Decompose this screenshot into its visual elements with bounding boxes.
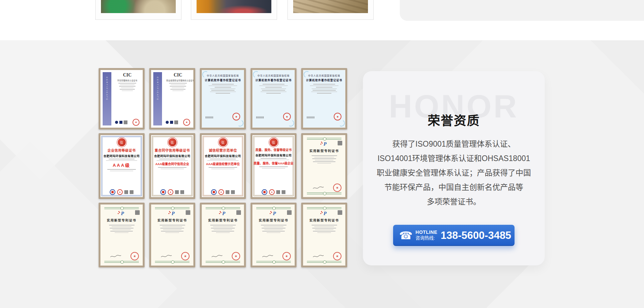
- certificate-patent[interactable]: P 实用新型专利证书 ★: [200, 203, 246, 267]
- certificate-text-lines: [252, 166, 295, 168]
- green-ornament: [307, 207, 341, 209]
- qr-code-icon: [124, 120, 127, 124]
- qr-code-icon: [124, 190, 128, 194]
- certificate-credit[interactable]: 信 企业信用等级证书 合肥珂玛环保科技有限公司 AAA级 ★: [99, 133, 145, 199]
- certificate-title: 计算机软件著作权登记证书: [252, 78, 295, 82]
- honor-paragraph-line: 多项荣誉证书。: [370, 195, 538, 209]
- cnipa-logo-icon: P: [303, 141, 345, 147]
- certificate-text-lines: [202, 167, 244, 169]
- certificate-text-lines: [252, 84, 295, 94]
- green-ornament: [155, 261, 190, 263]
- honor-paragraph-line: 节能环保产品，中国自主创新名优产品等: [370, 180, 538, 195]
- green-ornament: [104, 207, 139, 209]
- roundel-badge-icon: [262, 189, 267, 195]
- hotline-label-en: HOTLINE: [416, 229, 437, 236]
- certificate-text-lines: [102, 224, 141, 234]
- signature-icon: [262, 254, 274, 258]
- certificate-text-lines: [114, 83, 141, 91]
- certificate-authority: 中华人民共和国国家版权局: [202, 74, 244, 77]
- certificate-text-lines: [305, 154, 343, 164]
- certificate-patent[interactable]: P 实用新型专利证书 ★: [301, 133, 347, 199]
- certificate-title: 实用新型专利证书: [303, 218, 345, 222]
- certificate-title: 质量、服务、信誉等级证书: [252, 148, 295, 152]
- certificate-title: 实用新型专利证书: [252, 218, 295, 222]
- certificate-copyright[interactable]: 中华人民共和国国家版权局 计算机软件著作权登记证书 ★: [251, 68, 297, 130]
- honor-title: 荣誉资质: [363, 111, 545, 129]
- phone-icon: ☎: [399, 230, 413, 241]
- certificate-text-lines: [151, 167, 194, 169]
- certificate-patent[interactable]: P 实用新型专利证书 ★: [149, 203, 195, 267]
- certificate-patent[interactable]: P 实用新型专利证书 ★: [251, 203, 297, 267]
- green-ornament: [307, 193, 341, 194]
- red-seal-icon: ★: [282, 251, 292, 261]
- qr-code-icon: [180, 190, 184, 194]
- green-ornament: [307, 261, 341, 263]
- certificate-cic[interactable]: CERTIFICATE CIC 职业健康安全管理体系认证证书 ★: [149, 68, 195, 130]
- green-ornament: [155, 207, 190, 209]
- certificate-text-lines: [164, 83, 192, 91]
- case-photo-card[interactable]: [95, 0, 181, 20]
- certificate-credit[interactable]: 信 重合同守信用等级证书 合肥珂玛环保科技有限公司 AAA级重合同守信用企业 ★: [149, 133, 195, 199]
- qr-code-icon: [174, 120, 178, 124]
- certificate-grade: AAA级重合同守信用企业: [151, 162, 194, 166]
- certificate-copyright[interactable]: 中华人民共和国国家版权局 计算机软件著作权登记证书 ★: [301, 68, 347, 130]
- cnipa-logo-icon: P: [100, 210, 143, 216]
- certificate-text-lines: [100, 159, 143, 161]
- certificate-patent[interactable]: P 实用新型专利证书 ★: [301, 203, 347, 267]
- certificate-copyright[interactable]: 中华人民共和国国家版权局 计算机软件著作权登记证书 ★: [200, 68, 246, 130]
- certificate-text-lines: [303, 84, 345, 94]
- certificate-grade: 质量、服务、信誉AAA级企业: [252, 161, 295, 165]
- accreditation-mark-icon: [166, 121, 169, 124]
- roundel-badge-icon: [160, 189, 166, 195]
- certificate-side-band: CERTIFICATE: [153, 72, 162, 125]
- certificate-company: 合肥珂玛环保科技有限公司: [252, 153, 295, 157]
- qr-code-icon: [231, 190, 235, 194]
- hotline-phone-number: 138-5600-3485: [441, 229, 511, 242]
- red-seal-icon: ★: [130, 251, 140, 261]
- certificate-title: 实用新型专利证书: [202, 218, 244, 222]
- honor-section: CERTIFICATE CIC 环境管理体系认证证书 ★ CERTIFICATE…: [0, 40, 644, 308]
- accreditation-mark-icon: [119, 121, 122, 124]
- case-photo-card[interactable]: [191, 0, 277, 20]
- top-photos-strip: [0, 0, 644, 40]
- certificate-title: 职业健康安全管理体系认证证书: [166, 79, 190, 82]
- green-ornament: [256, 261, 291, 263]
- certificate-authority: 中华人民共和国国家版权局: [252, 74, 295, 77]
- certificate-title: 计算机软件著作权登记证书: [303, 78, 345, 82]
- certificate-cic[interactable]: CERTIFICATE CIC 环境管理体系认证证书 ★: [99, 68, 145, 130]
- star-seal-icon: ★: [334, 113, 341, 120]
- case-photo: [293, 0, 368, 13]
- cnipa-logo-icon: P: [151, 210, 194, 216]
- honor-paragraph-line: ISO14001环境管理体系认证和OHSAS18001: [370, 151, 538, 166]
- certificate-credit[interactable]: 信 诚信经营示范单位 合肥珂玛环保科技有限公司 AAA级诚信经营示范单位 ★: [200, 133, 246, 199]
- qr-code-icon: [276, 190, 280, 194]
- certificate-title: 诚信经营示范单位: [202, 148, 244, 153]
- credit-seal-icon: 信: [118, 138, 126, 146]
- green-ornament: [206, 261, 240, 263]
- certificate-credit[interactable]: 信 质量、服务、信誉等级证书 合肥珂玛环保科技有限公司 质量、服务、信誉AAA级…: [251, 133, 297, 199]
- star-seal-icon: ★: [232, 113, 240, 120]
- certificate-patent[interactable]: P 实用新型专利证书 ★: [99, 203, 145, 267]
- barcode-icon: [307, 116, 314, 118]
- hotline-button[interactable]: ☎ HOTLINE 咨询热线: 138-5600-3485: [393, 225, 515, 246]
- qr-code-icon: [226, 190, 229, 194]
- red-seal-icon: ★: [231, 251, 241, 261]
- barcode-icon: [206, 116, 213, 118]
- certificate-heading: CIC: [164, 72, 192, 78]
- certificate-title: 企业信用等级证书: [100, 148, 143, 153]
- accreditation-mark-icon: [170, 121, 173, 124]
- green-ornament: [256, 207, 291, 209]
- case-photo-card[interactable]: [287, 0, 374, 20]
- honor-paragraph-line: 职业健康安全管理体系认证；产品获得了中国: [370, 166, 538, 180]
- certificate-text-lines: [254, 224, 293, 234]
- certificate-title: 实用新型专利证书: [151, 218, 194, 222]
- red-seal-icon: ★: [132, 119, 140, 126]
- certificate-text-lines: [204, 224, 242, 234]
- certificate-title: 计算机软件著作权登记证书: [202, 78, 244, 82]
- credit-seal-icon: 信: [168, 138, 176, 146]
- certificate-text-lines: [305, 224, 343, 234]
- roundel-badge-icon: [110, 189, 115, 195]
- qr-code-icon: [175, 190, 179, 194]
- certificate-side-band: CERTIFICATE: [103, 72, 111, 125]
- qr-code-icon: [130, 190, 133, 194]
